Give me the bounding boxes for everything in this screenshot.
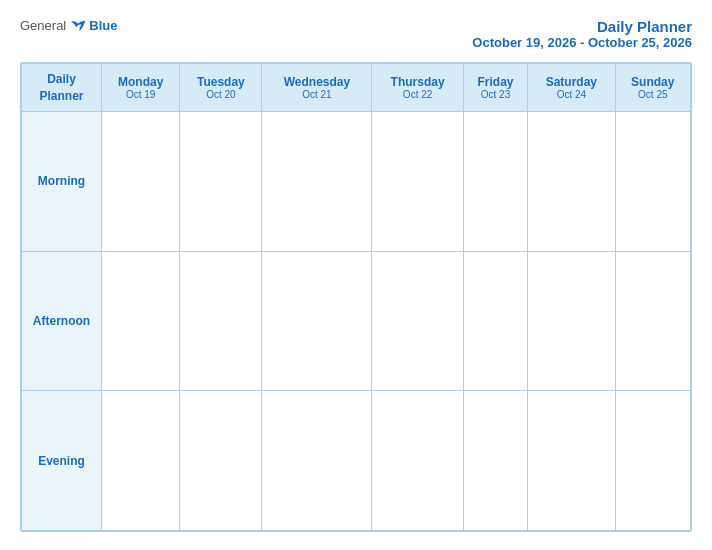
col-header-monday: Monday Oct 19	[102, 64, 180, 112]
logo-general-text: General	[20, 18, 66, 33]
tuesday-label: Tuesday	[183, 75, 258, 89]
header-label-text: DailyPlanner	[26, 71, 97, 105]
afternoon-sunday-cell[interactable]	[615, 251, 690, 391]
morning-thursday-cell[interactable]	[372, 112, 463, 252]
evening-saturday-cell[interactable]	[528, 391, 615, 531]
afternoon-row: Afternoon	[22, 251, 691, 391]
col-header-thursday: Thursday Oct 22	[372, 64, 463, 112]
sunday-date: Oct 25	[619, 89, 687, 100]
col-header-saturday: Saturday Oct 24	[528, 64, 615, 112]
morning-label: Morning	[22, 112, 102, 252]
sunday-label: Sunday	[619, 75, 687, 89]
page: General Blue Daily Planner October 19, 2…	[0, 0, 712, 550]
saturday-label: Saturday	[531, 75, 611, 89]
morning-wednesday-cell[interactable]	[262, 112, 372, 252]
thursday-label: Thursday	[375, 75, 459, 89]
evening-row: Evening	[22, 391, 691, 531]
morning-tuesday-cell[interactable]	[180, 112, 262, 252]
morning-sunday-cell[interactable]	[615, 112, 690, 252]
saturday-date: Oct 24	[531, 89, 611, 100]
friday-label: Friday	[467, 75, 524, 89]
col-header-sunday: Sunday Oct 25	[615, 64, 690, 112]
evening-wednesday-cell[interactable]	[262, 391, 372, 531]
afternoon-label: Afternoon	[22, 251, 102, 391]
header: General Blue Daily Planner October 19, 2…	[20, 18, 692, 50]
title-main: Daily Planner	[472, 18, 692, 35]
header-row: DailyPlanner Monday Oct 19 Tuesday Oct 2…	[22, 64, 691, 112]
calendar-wrapper: DailyPlanner Monday Oct 19 Tuesday Oct 2…	[20, 62, 692, 532]
afternoon-thursday-cell[interactable]	[372, 251, 463, 391]
wednesday-date: Oct 21	[265, 89, 368, 100]
monday-label: Monday	[105, 75, 176, 89]
logo-blue-text: Blue	[89, 18, 117, 33]
morning-saturday-cell[interactable]	[528, 112, 615, 252]
evening-thursday-cell[interactable]	[372, 391, 463, 531]
morning-row: Morning	[22, 112, 691, 252]
evening-sunday-cell[interactable]	[615, 391, 690, 531]
morning-monday-cell[interactable]	[102, 112, 180, 252]
col-header-friday: Friday Oct 23	[463, 64, 527, 112]
afternoon-wednesday-cell[interactable]	[262, 251, 372, 391]
col-header-wednesday: Wednesday Oct 21	[262, 64, 372, 112]
calendar-table: DailyPlanner Monday Oct 19 Tuesday Oct 2…	[21, 63, 691, 531]
evening-monday-cell[interactable]	[102, 391, 180, 531]
wednesday-label: Wednesday	[265, 75, 368, 89]
logo-bird-icon	[69, 19, 87, 33]
col-header-tuesday: Tuesday Oct 20	[180, 64, 262, 112]
thursday-date: Oct 22	[375, 89, 459, 100]
col-header-daily-planner: DailyPlanner	[22, 64, 102, 112]
title-area: Daily Planner October 19, 2026 - October…	[472, 18, 692, 50]
logo-text: General Blue	[20, 18, 117, 33]
monday-date: Oct 19	[105, 89, 176, 100]
evening-label: Evening	[22, 391, 102, 531]
title-sub: October 19, 2026 - October 25, 2026	[472, 35, 692, 50]
evening-friday-cell[interactable]	[463, 391, 527, 531]
afternoon-saturday-cell[interactable]	[528, 251, 615, 391]
morning-friday-cell[interactable]	[463, 112, 527, 252]
afternoon-friday-cell[interactable]	[463, 251, 527, 391]
logo-area: General Blue	[20, 18, 117, 33]
afternoon-monday-cell[interactable]	[102, 251, 180, 391]
tuesday-date: Oct 20	[183, 89, 258, 100]
afternoon-tuesday-cell[interactable]	[180, 251, 262, 391]
friday-date: Oct 23	[467, 89, 524, 100]
evening-tuesday-cell[interactable]	[180, 391, 262, 531]
